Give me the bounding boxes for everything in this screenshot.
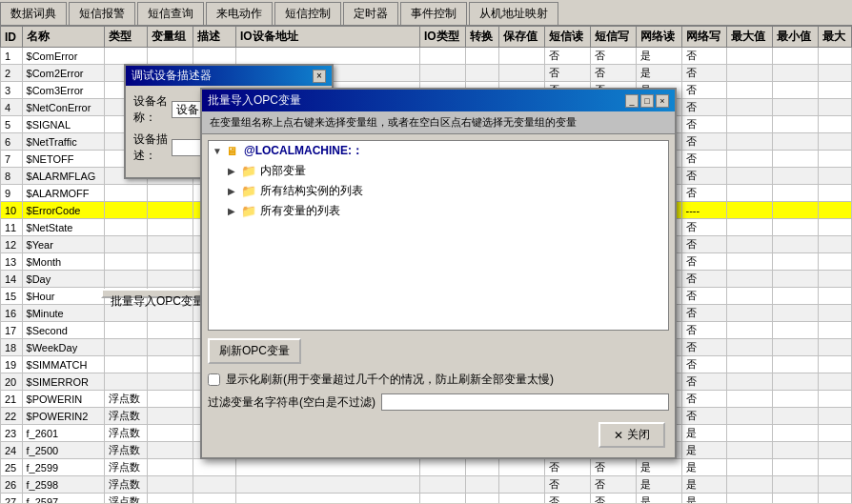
- table-cell: [773, 48, 819, 65]
- expand-icon-instances: ▶: [228, 186, 237, 196]
- batch-import-button[interactable]: 批量导入OPC变量: [101, 289, 213, 298]
- table-cell: [727, 356, 773, 373]
- table-cell: [727, 65, 773, 82]
- opc-dialog-body: ▼ 🖥 @LOCALMACHINE:： ▶ 📁 内部变量 ▶ 📁 所有结构实例的…: [202, 134, 675, 457]
- tab-data-dict[interactable]: 数据词典: [0, 2, 67, 25]
- table-cell: [727, 236, 773, 253]
- tab-sms-control[interactable]: 短信控制: [274, 2, 341, 25]
- table-cell: $Hour: [22, 288, 105, 305]
- table-cell: 13: [1, 253, 23, 271]
- table-row[interactable]: 27f_2597浮点数否否是是: [1, 494, 852, 504]
- table-cell: [105, 253, 148, 271]
- table-cell: $Second: [22, 322, 105, 339]
- table-cell: [727, 202, 773, 219]
- table-cell: 是: [681, 459, 727, 476]
- col-max: 最大值: [727, 27, 773, 48]
- table-cell: 否: [681, 151, 727, 168]
- table-cell: [818, 425, 851, 442]
- table-cell: 是: [681, 442, 727, 459]
- close-dialog-button[interactable]: ✕ 关闭: [598, 422, 665, 448]
- table-cell: [235, 48, 419, 65]
- table-cell: [235, 459, 419, 476]
- table-cell: f_2601: [22, 425, 105, 442]
- table-cell: [235, 494, 419, 504]
- table-cell: 是: [636, 65, 681, 82]
- table-cell: [105, 356, 148, 373]
- table-cell: [818, 253, 851, 271]
- lazy-refresh-checkbox[interactable]: [208, 373, 220, 386]
- table-cell: 否: [591, 459, 637, 476]
- table-cell: [818, 82, 851, 99]
- table-row[interactable]: 1$ComError否否是否: [1, 48, 852, 65]
- debug-dialog-close[interactable]: ×: [313, 70, 326, 83]
- table-cell: [818, 271, 851, 288]
- table-cell: [466, 494, 499, 504]
- table-cell: 浮点数: [105, 408, 148, 425]
- filter-label: 过滤变量名字符串(空白是不过滤): [208, 394, 375, 411]
- tree-item-instances[interactable]: ▶ 📁 所有结构实例的列表: [209, 181, 668, 201]
- table-row[interactable]: 26f_2598浮点数否否是是: [1, 476, 852, 494]
- opc-dialog-close[interactable]: ×: [656, 94, 669, 108]
- table-cell: [773, 494, 819, 504]
- table-row[interactable]: 25f_2599浮点数否否是是: [1, 459, 852, 476]
- table-cell: [147, 236, 193, 253]
- table-cell: 浮点数: [105, 425, 148, 442]
- refresh-opc-button[interactable]: 刷新OPC变量: [208, 338, 301, 364]
- table-cell: $SIMMATCH: [22, 356, 105, 373]
- opc-tree-area[interactable]: ▼ 🖥 @LOCALMACHINE:： ▶ 📁 内部变量 ▶ 📁 所有结构实例的…: [208, 140, 669, 331]
- table-cell: [499, 48, 545, 65]
- table-cell: $ALARMOFF: [22, 185, 105, 202]
- col-io: IO设备地址: [235, 27, 419, 48]
- table-cell: [773, 408, 819, 425]
- tab-sms-query[interactable]: 短信查询: [137, 2, 204, 25]
- col-extra: 最大: [818, 27, 851, 48]
- debug-dialog-titlebar: 调试设备描述器 ×: [126, 66, 332, 86]
- table-cell: [727, 339, 773, 356]
- table-cell: [105, 339, 148, 356]
- table-cell: 否: [681, 168, 727, 185]
- table-cell: $NetConError: [22, 99, 105, 116]
- table-cell: $Com2Error: [22, 65, 105, 82]
- table-cell: $POWERIN: [22, 391, 105, 408]
- table-cell: [466, 459, 499, 476]
- col-netr: 网络读: [636, 27, 681, 48]
- table-cell: 否: [591, 48, 637, 65]
- table-cell: 21: [1, 391, 23, 408]
- table-cell: [147, 494, 193, 504]
- table-cell: [773, 339, 819, 356]
- tree-item-machine[interactable]: ▼ 🖥 @LOCALMACHINE:：: [209, 141, 668, 161]
- table-cell: [499, 476, 545, 494]
- table-cell: 10: [1, 202, 23, 219]
- table-cell: [818, 48, 851, 65]
- tree-item-internal[interactable]: ▶ 📁 内部变量: [209, 161, 668, 181]
- tab-event-control[interactable]: 事件控制: [400, 2, 467, 25]
- table-cell: 4: [1, 99, 23, 116]
- table-cell: [818, 168, 851, 185]
- table-cell: 20: [1, 373, 23, 391]
- tab-address-map[interactable]: 从机地址映射: [469, 2, 558, 25]
- table-cell: [419, 476, 465, 494]
- col-smsr: 短信读: [545, 27, 591, 48]
- table-cell: [727, 253, 773, 271]
- tab-sms-alarm[interactable]: 短信报警: [69, 2, 135, 25]
- table-cell: [773, 442, 819, 459]
- table-cell: [147, 322, 193, 339]
- table-cell: [773, 82, 819, 99]
- table-cell: [727, 425, 773, 442]
- tab-timer[interactable]: 定时器: [343, 2, 398, 25]
- table-cell: [727, 459, 773, 476]
- tree-item-all-vars[interactable]: ▶ 📁 所有变量的列表: [209, 201, 668, 221]
- opc-dialog-minimize[interactable]: _: [625, 94, 639, 108]
- table-cell: [499, 459, 545, 476]
- table-cell: 是: [636, 48, 681, 65]
- table-cell: [773, 168, 819, 185]
- tab-call-action[interactable]: 来电动作: [206, 2, 273, 25]
- table-cell: 浮点数: [105, 459, 148, 476]
- table-cell: [147, 408, 193, 425]
- table-cell: $Year: [22, 236, 105, 253]
- table-cell: 否: [591, 476, 637, 494]
- table-cell: 3: [1, 82, 23, 99]
- col-group: 变量组: [147, 27, 193, 48]
- opc-dialog-maximize[interactable]: □: [640, 94, 654, 108]
- filter-input[interactable]: [381, 393, 669, 411]
